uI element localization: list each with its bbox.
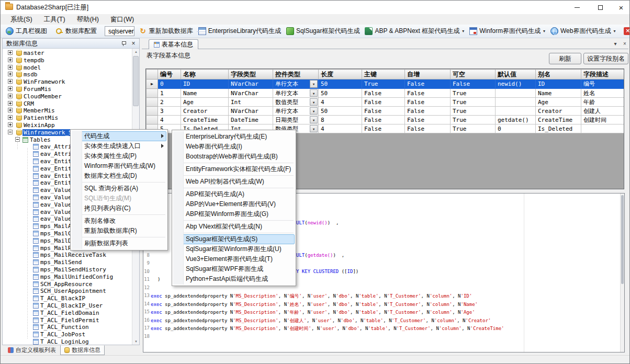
- context-menu-item[interactable]: 重新加载数据库(R): [71, 226, 167, 236]
- grid-row-0[interactable]: ▶0IDNVarChar单行文本▼50TrueFalseFalsenewid()…: [147, 79, 625, 89]
- toolbar-button-abp[interactable]: ABP & ABPNext 框架代码生成▾: [362, 26, 467, 37]
- expand-plus-icon[interactable]: [8, 79, 13, 84]
- tree-item-table[interactable]: mps_MailSend: [3, 258, 132, 266]
- grid-cell[interactable]: True: [451, 107, 496, 116]
- menubar-item[interactable]: 工具(T): [38, 14, 71, 25]
- context-menu-item[interactable]: 拷贝列表内容(C): [71, 203, 167, 213]
- context-menu-item[interactable]: 刷新数据库列表: [71, 238, 167, 248]
- grid-cell[interactable]: 4: [158, 116, 181, 124]
- dock-menu-icon[interactable]: ▾: [612, 41, 619, 47]
- minimize-button[interactable]: [566, 1, 589, 14]
- database-type-combobox[interactable]: sqlserver▾: [105, 26, 134, 36]
- grid-cell[interactable]: False: [405, 79, 451, 89]
- grid-cell[interactable]: False: [405, 116, 451, 124]
- context-menu-item[interactable]: 表别名修改: [71, 216, 167, 226]
- grid-cell[interactable]: [496, 98, 536, 107]
- grid-cell[interactable]: False: [362, 89, 405, 98]
- combo-dropdown-icon[interactable]: ▼: [310, 89, 318, 97]
- grid-cell[interactable]: 编号: [581, 79, 625, 89]
- grid-cell[interactable]: 单行文本▼: [273, 79, 319, 89]
- grid-cell[interactable]: True: [451, 116, 496, 124]
- grid-column-header[interactable]: 别名: [536, 70, 581, 79]
- tab-database-info[interactable]: 数据库信息: [60, 345, 105, 355]
- grid-row-header[interactable]: [147, 116, 158, 124]
- combo-dropdown-icon[interactable]: ▼: [310, 98, 318, 106]
- context-menu-item[interactable]: 实体类生成快速入口: [71, 141, 167, 151]
- grid-cell[interactable]: False: [362, 116, 405, 124]
- scroll-down-icon[interactable]: ▼: [132, 338, 140, 345]
- grid-cell[interactable]: NVarChar: [229, 107, 273, 116]
- toolbar-button-key[interactable]: 数据库配置: [53, 26, 99, 37]
- maximize-button[interactable]: [589, 1, 612, 14]
- grid-column-header[interactable]: 编号: [158, 70, 181, 79]
- toolbar-button-table[interactable]: EnterpriseLibrary代码生成: [196, 26, 284, 37]
- grid-cell[interactable]: NVarChar: [229, 89, 273, 98]
- tree-item-database[interactable]: WinFramework: [3, 78, 132, 85]
- expand-plus-icon[interactable]: [8, 115, 13, 120]
- grid-cell[interactable]: 1: [158, 89, 181, 98]
- grid-cell[interactable]: 单行文本▼: [273, 89, 319, 98]
- grid-cell[interactable]: 0: [496, 124, 536, 133]
- tree-item-database[interactable]: ForumMis: [3, 85, 132, 93]
- tree-item-table[interactable]: SCH_AppResource: [3, 280, 132, 288]
- context-submenu-item[interactable]: ABP框架Winform界面生成(G): [172, 209, 296, 219]
- context-submenu-item[interactable]: ABP的Vue+Element界面代码(V): [172, 199, 296, 209]
- grid-row-header[interactable]: [147, 98, 158, 107]
- tree-item-table[interactable]: mps_MailUnifiedConfig: [3, 273, 132, 280]
- tree-item-table[interactable]: T_ACL_LoginLog: [3, 338, 132, 345]
- tree-item-database[interactable]: master: [3, 49, 132, 56]
- editor-scrollbar-thumb[interactable]: [621, 195, 624, 284]
- context-menu-item[interactable]: 代码生成: [71, 131, 167, 141]
- grid-column-header[interactable]: 主键: [362, 70, 405, 79]
- grid-cell[interactable]: False: [405, 98, 451, 107]
- menubar-item[interactable]: 帮助(H): [71, 14, 105, 25]
- grid-cell[interactable]: CreateTime: [181, 116, 229, 124]
- tree-item-database[interactable]: CloudMember: [3, 93, 132, 100]
- grid-cell[interactable]: False: [405, 89, 451, 98]
- expand-plus-icon[interactable]: [8, 58, 13, 62]
- grid-cell[interactable]: 创建时间: [581, 116, 625, 124]
- grid-cell[interactable]: ID: [181, 79, 229, 89]
- grid-cell[interactable]: 50: [319, 89, 362, 98]
- context-submenu-item[interactable]: Python+FastApi后端代码生成: [172, 274, 296, 284]
- grid-cell[interactable]: True: [451, 98, 496, 107]
- grid-cell[interactable]: [581, 124, 625, 133]
- grid-cell[interactable]: 姓名: [581, 89, 625, 98]
- grid-row-header[interactable]: [147, 89, 158, 98]
- toolbar-button-exit[interactable]: 退出: [621, 26, 630, 37]
- tree-item-database[interactable]: tempdb: [3, 56, 132, 64]
- grid-cell[interactable]: 3: [158, 107, 181, 116]
- grid-column-header[interactable]: 字段描述: [581, 70, 625, 79]
- grid-column-header[interactable]: 自增: [405, 70, 451, 79]
- grid-cell[interactable]: 4: [319, 98, 362, 107]
- grid-column-header[interactable]: 可空: [451, 70, 496, 79]
- context-submenu-item[interactable]: EnterpriseLibrary代码生成(E): [172, 132, 296, 142]
- tree-item-table[interactable]: T_ACL_FieldDomain: [3, 309, 132, 316]
- context-submenu-item[interactable]: ABP框架代码生成(A): [172, 189, 296, 199]
- combo-dropdown-icon[interactable]: ▼: [310, 116, 318, 123]
- grid-cell[interactable]: True: [451, 89, 496, 98]
- close-button[interactable]: ×: [612, 1, 630, 14]
- grid-cell[interactable]: False: [451, 79, 496, 89]
- grid-cell[interactable]: Int: [229, 98, 273, 107]
- grid-cell[interactable]: 年龄: [581, 98, 625, 107]
- collapse-minus-icon[interactable]: [8, 130, 13, 134]
- grid-cell[interactable]: 日期类型▼: [273, 116, 319, 124]
- combo-dropdown-icon[interactable]: ▼: [310, 125, 318, 132]
- refresh-button[interactable]: 刷新: [549, 53, 581, 64]
- grid-cell[interactable]: 0: [158, 79, 181, 89]
- grid-cell[interactable]: False: [362, 124, 405, 133]
- grid-cell[interactable]: ID: [536, 79, 581, 89]
- toolbar-button-green-cube[interactable]: SqlSugar框架代码生成: [284, 26, 362, 37]
- set-field-alias-button[interactable]: 设置字段别名: [583, 53, 628, 64]
- context-submenu-item[interactable]: SqlSugar框架WPF界面生成: [172, 264, 296, 274]
- tree-item-table[interactable]: T_ACL_BlackIP_User: [3, 302, 132, 309]
- grid-cell[interactable]: [496, 89, 536, 98]
- tree-item-database[interactable]: PatientMis: [3, 114, 132, 121]
- grid-cell[interactable]: Age: [181, 98, 229, 107]
- expand-plus-icon[interactable]: [8, 65, 13, 70]
- grid-cell[interactable]: 50: [319, 107, 362, 116]
- tree-item-database[interactable]: WeixinApp: [3, 121, 132, 129]
- expand-plus-icon[interactable]: [8, 122, 13, 127]
- context-submenu-item[interactable]: SqlSugar框架代码生成(S): [172, 234, 296, 244]
